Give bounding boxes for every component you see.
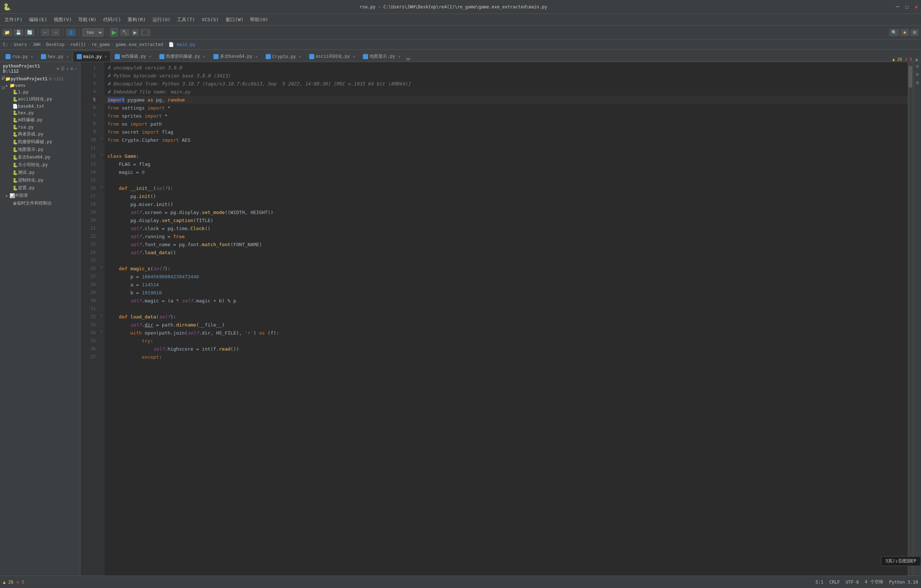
code-line-17[interactable]: pg.init() [104, 192, 908, 200]
search-button[interactable]: 🔍 [889, 29, 899, 36]
status-warnings[interactable]: ▲ 26 [3, 580, 13, 585]
tab-close-map[interactable]: ✕ [398, 54, 400, 58]
code-line-22[interactable]: self.running = True [104, 232, 908, 240]
breadcrumb-desktop[interactable]: Desktop [46, 42, 65, 47]
code-line-23[interactable]: self.font_name = pg.font.match_font(FONT… [104, 240, 908, 249]
code-line-20[interactable]: pg.display.set_caption(TITLE) [104, 216, 908, 224]
code-line-31[interactable] [104, 305, 908, 313]
code-line-28[interactable]: a = 114514 [104, 281, 908, 289]
tab-main[interactable]: main.py ✕ [73, 51, 111, 62]
code-line-10[interactable]: from Crypto.Cipher import AES [104, 136, 908, 144]
status-errors[interactable]: ✕ 5 [16, 580, 24, 585]
code-line-11[interactable] [104, 144, 908, 152]
sidebar-icon-2[interactable]: ⊡ [1, 86, 7, 89]
code-line-36[interactable]: self.highscore = int(f.read()) [104, 345, 908, 353]
right-icon-1[interactable]: ⊡ [915, 65, 920, 68]
menu-refactor[interactable]: 重构(R) [125, 15, 148, 24]
tab-ascii[interactable]: ascii码转化.py ✕ [305, 51, 359, 62]
tab-caesar[interactable]: 凯撒密码爆破.py ✕ [155, 51, 210, 62]
sidebar-item-radixpy[interactable]: 🐍 进制转化.py [0, 176, 80, 184]
sidebar-item-testpy[interactable]: 🐍 测试.py [0, 169, 80, 176]
run-button[interactable]: ▶ [110, 28, 119, 37]
sidebar-item-base64py[interactable]: 🐍 多次base64.py [0, 153, 80, 161]
breadcrumb-c[interactable]: C: [3, 42, 8, 47]
menu-edit[interactable]: 编辑(E) [26, 15, 50, 24]
menu-window[interactable]: 窗口(W) [223, 15, 246, 24]
tab-close-ascii[interactable]: ✕ [353, 54, 355, 58]
menu-file[interactable]: 文件(F) [2, 15, 25, 24]
code-line-29[interactable]: b = 1919810 [104, 289, 908, 297]
code-line-27[interactable]: p = 16045690984230472446 [104, 273, 908, 281]
save-button[interactable]: 💾 [13, 29, 23, 36]
code-line-34[interactable]: with open(path.join(self.dir, HS_FILE), … [104, 329, 908, 337]
menu-code[interactable]: 代码(C) [100, 15, 124, 24]
sidebar-item-ascii[interactable]: 🐍 ascii码转化.py [0, 95, 80, 103]
code-line-37[interactable]: except: [104, 353, 908, 361]
code-line-4[interactable]: # Embedded file name: main.py [104, 88, 908, 96]
code-line-16[interactable]: def __init__(self): [104, 184, 908, 192]
debug-run-button[interactable]: ▶ [131, 29, 139, 36]
build-button[interactable]: 🔨 [120, 29, 130, 36]
open-button[interactable]: 📁 [2, 29, 12, 36]
tab-close-base64[interactable]: ✕ [255, 54, 258, 58]
menu-vcs[interactable]: VCS(S) [199, 15, 222, 24]
sidebar-settings-icon[interactable]: ⚙ [70, 66, 73, 71]
code-line-21[interactable]: self.clock = pg.time.Clock() [104, 224, 908, 232]
code-line-24[interactable]: self.load_data() [104, 249, 908, 257]
sidebar-item-caesarpy[interactable]: 🐍 凯撒密码爆破.py [0, 138, 80, 146]
code-line-3[interactable]: # Decompiled from: Python 3.10.7 (tags/v… [104, 80, 908, 88]
notification-button[interactable]: ★ [900, 29, 909, 36]
code-line-5[interactable]: import pygame as pg, random [104, 96, 908, 104]
sidebar-filter-icon[interactable]: ☰ [61, 66, 65, 71]
sidebar-item-xorpy[interactable]: 🐍 两者异或.py [0, 130, 80, 138]
sidebar-item-external-libs[interactable]: ▶ 📊 外部库 [0, 192, 80, 200]
code-line-14[interactable]: magic = 0 [104, 168, 908, 176]
code-line-9[interactable]: from secret import flag [104, 128, 908, 136]
expand-button[interactable]: ▲ [915, 56, 918, 62]
right-icon-2[interactable]: ⚙ [915, 72, 920, 77]
tab-close-main[interactable]: ✕ [104, 54, 107, 58]
menu-run[interactable]: 运行(U) [150, 15, 173, 24]
right-scrollbar[interactable] [908, 62, 913, 576]
sidebar-sync-icon[interactable]: ⊕ [57, 66, 59, 71]
menu-help[interactable]: 帮助(H) [247, 15, 271, 24]
code-line-18[interactable]: pg.mixer.init() [104, 200, 908, 208]
right-icon-3[interactable]: ⊞ [915, 81, 920, 84]
tab-base64[interactable]: 多次base64.py ✕ [210, 51, 262, 62]
tab-close-hex[interactable]: ✕ [67, 54, 69, 58]
tab-close-caesar[interactable]: ✕ [203, 54, 205, 58]
tab-close-md5[interactable]: ✕ [149, 54, 151, 58]
code-line-15[interactable] [104, 176, 908, 184]
sidebar-item-reversepy[interactable]: 🐍 逆置.py [0, 184, 80, 192]
status-lineending[interactable]: CRLF [829, 580, 840, 585]
code-line-32[interactable]: def load_data(self): [104, 313, 908, 321]
sidebar-item-mappy[interactable]: 🐍 地图显示.py [0, 146, 80, 153]
sidebar-item-console[interactable]: 🖥 临时文件和控制台 [0, 200, 80, 207]
project-dropdown[interactable]: hex [82, 29, 103, 37]
sidebar-item-rsapy[interactable]: 🐍 rsa.py [0, 124, 80, 130]
code-line-12[interactable]: class Game: [104, 152, 908, 160]
sidebar-item-hexpy[interactable]: 🐍 hex.py [0, 110, 80, 116]
breadcrumb-users[interactable]: Users [14, 42, 27, 47]
code-line-6[interactable]: from settings import * [104, 104, 908, 112]
tab-rsa[interactable]: rsa.py ✕ [2, 51, 37, 62]
menu-view[interactable]: 视图(V) [51, 15, 75, 24]
code-line-2[interactable]: # Python bytecode version base 3.8.0 (34… [104, 71, 908, 80]
sync-button[interactable]: 🔄 [25, 29, 35, 36]
status-encoding[interactable]: UTF-8 [846, 580, 859, 585]
status-python[interactable]: Python 3.10 [889, 580, 918, 585]
code-line-13[interactable]: FLAG = flag [104, 160, 908, 168]
tab-md5[interactable]: md5爆破.py ✕ [111, 51, 155, 62]
forward-button[interactable]: → [51, 29, 60, 36]
code-line-7[interactable]: from sprites import * [104, 112, 908, 120]
sidebar-expand-icon[interactable]: ↕ [66, 66, 69, 71]
code-line-30[interactable]: self.magic = (a * self.magic + b) % p [104, 297, 908, 305]
user-button[interactable]: 👤 [66, 29, 76, 36]
status-indentation[interactable]: 4 个空格 [865, 579, 883, 585]
tab-crypto[interactable]: Crypto.py ✕ [262, 51, 305, 62]
tab-close-rsa[interactable]: ✕ [31, 54, 33, 58]
stop-button[interactable]: ⬛ [140, 29, 150, 36]
sidebar-item-venv[interactable]: ▶ 📁 venv [0, 82, 80, 89]
breadcrumb-extracted[interactable]: game.exe_extracted [116, 42, 163, 47]
sidebar-collapse-icon[interactable]: — [75, 66, 77, 71]
